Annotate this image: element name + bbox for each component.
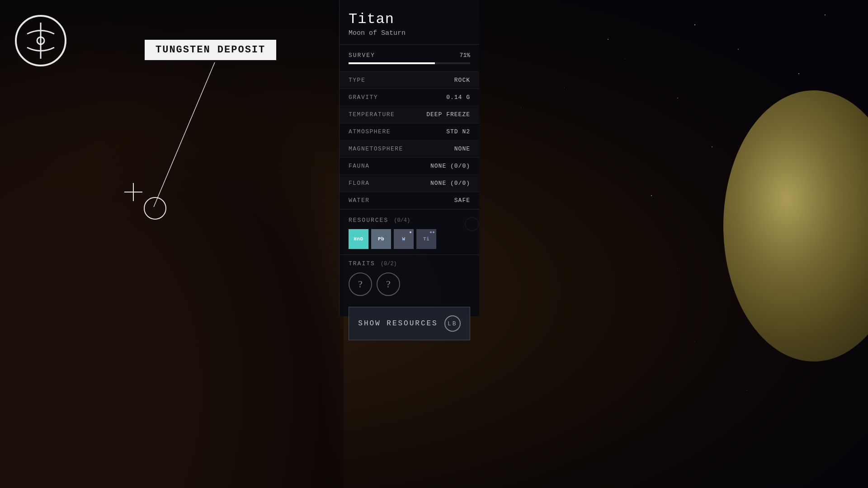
stat-val-atmosphere: STD N2 xyxy=(446,128,470,135)
resource-hno: HnO xyxy=(349,229,368,249)
stat-row-temperature: TEMPERATURE DEEP FREEZE xyxy=(340,106,479,123)
game-logo xyxy=(14,14,68,68)
stat-val-gravity: 0.14 G xyxy=(446,94,470,101)
survey-bar-fill xyxy=(349,62,435,64)
traits-section: TRAITS (0/2) ? ? xyxy=(340,254,479,301)
resource-pb: Pb xyxy=(371,229,391,249)
stat-key-atmosphere: ATMOSPHERE xyxy=(349,128,391,135)
stat-row-atmosphere: ATMOSPHERE STD N2 xyxy=(340,123,479,141)
stat-key-gravity: GRAVITY xyxy=(349,94,378,101)
stat-val-fauna: NONE (0/0) xyxy=(430,163,470,169)
terrain-marker xyxy=(144,197,166,220)
trait-unknown-2: ? xyxy=(377,272,400,296)
lb-badge: LB xyxy=(444,315,461,332)
resources-count: (0/4) xyxy=(394,217,410,224)
survey-bar-background xyxy=(349,62,470,64)
stat-key-flora: FLORA xyxy=(349,180,370,187)
stat-key-magnetosphere: MAGNETOSPHERE xyxy=(349,145,403,152)
info-panel: Titan Moon of Saturn SURVEY 71% TYPE ROC… xyxy=(339,0,479,316)
traits-count: (0/2) xyxy=(381,261,397,267)
stat-row-type: TYPE ROCK xyxy=(340,72,479,89)
survey-section: SURVEY 71% xyxy=(340,45,479,72)
stat-row-flora: FLORA NONE (0/0) xyxy=(340,175,479,192)
resource-ti: Ti xyxy=(416,229,436,249)
resource-w: W xyxy=(394,229,414,249)
stat-val-flora: NONE (0/0) xyxy=(430,180,470,187)
crosshair xyxy=(122,181,145,209)
resources-section: RESOURCES (0/4) HnO Pb W Ti xyxy=(340,209,479,254)
stat-row-magnetosphere: MAGNETOSPHERE NONE xyxy=(340,141,479,158)
stat-val-magnetosphere: NONE xyxy=(454,145,470,152)
stat-val-temperature: DEEP FREEZE xyxy=(426,111,470,118)
deposit-annotation: TUNGSTEN DEPOSIT xyxy=(145,40,276,60)
stat-row-fauna: FAUNA NONE (0/0) xyxy=(340,158,479,175)
trait-icons-list: ? ? xyxy=(349,272,470,296)
survey-label: SURVEY xyxy=(349,52,375,59)
traits-title: TRAITS xyxy=(349,260,375,267)
stat-key-fauna: FAUNA xyxy=(349,163,370,169)
stat-key-water: WATER xyxy=(349,197,370,204)
show-resources-button[interactable]: SHOW RESOURCES LB xyxy=(349,307,470,340)
planet-subtitle: Moon of Saturn xyxy=(349,29,470,37)
stat-key-type: TYPE xyxy=(349,77,365,84)
stat-row-gravity: GRAVITY 0.14 G xyxy=(340,89,479,106)
stat-val-water: SAFE xyxy=(454,197,470,204)
stats-section: TYPE ROCK GRAVITY 0.14 G TEMPERATURE DEE… xyxy=(340,72,479,209)
survey-percent: 71% xyxy=(460,52,470,59)
resource-icons-list: HnO Pb W Ti xyxy=(349,229,470,249)
trait-unknown-1: ? xyxy=(349,272,372,296)
stat-val-type: ROCK xyxy=(454,77,470,84)
panel-header: Titan Moon of Saturn xyxy=(340,0,479,45)
deposit-label: TUNGSTEN DEPOSIT xyxy=(145,40,276,60)
resources-title: RESOURCES xyxy=(349,217,388,224)
stat-key-temperature: TEMPERATURE xyxy=(349,111,395,118)
stat-row-water: WATER SAFE xyxy=(340,192,479,209)
planet-name: Titan xyxy=(349,11,470,28)
show-resources-label: SHOW RESOURCES xyxy=(358,319,438,328)
